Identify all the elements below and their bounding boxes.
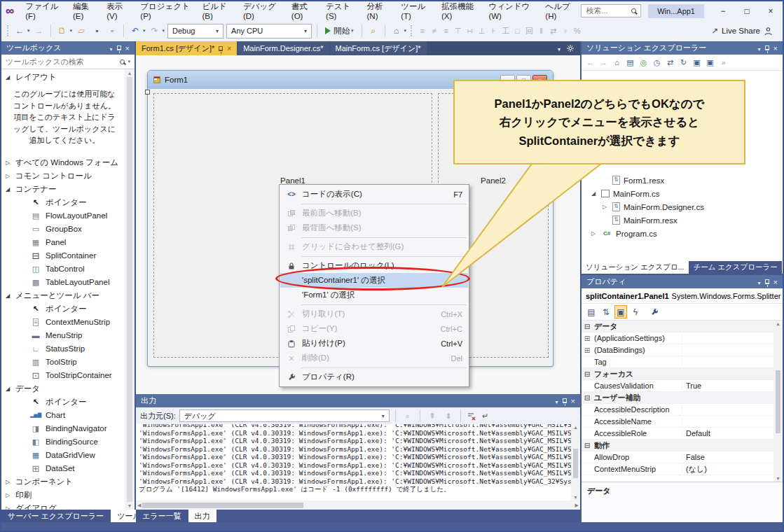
toolbox-row[interactable]: ポインター	[1, 196, 125, 209]
toolbox-row[interactable]: ▷ コンポーネント	[1, 475, 125, 489]
solution-platform-dropdown[interactable]: Any CPU▾	[226, 24, 312, 38]
toolbox-row[interactable]: BindingNavigator	[1, 422, 125, 435]
expander-icon[interactable]: ◢	[6, 186, 12, 192]
window-position-icon[interactable]	[758, 278, 761, 286]
scroll-left-icon[interactable]: ◀	[137, 503, 141, 508]
expander-icon[interactable]: ⊞	[582, 346, 593, 354]
output-body[interactable]: 'WindowsFormsApp1.exe' (CLR v4.0.30319: …	[136, 424, 580, 500]
tree-row[interactable]: ▷ MainForm.Designer.cs	[582, 200, 783, 214]
layout-tool-icon[interactable]: ⊤	[453, 27, 463, 36]
navigate-back-icon[interactable]: ←	[13, 24, 26, 38]
property-row[interactable]: ⊞ (ApplicationSettings)	[582, 332, 773, 344]
toolbox-search-input[interactable]	[6, 57, 117, 66]
menu-item[interactable]: デバッグ(D)	[238, 1, 286, 20]
window-position-icon[interactable]	[556, 397, 558, 405]
menu-item[interactable]: 編集(E)	[67, 1, 101, 20]
layout-tool-icon[interactable]: ⊥	[476, 27, 487, 36]
property-row[interactable]: AccessibleName	[582, 416, 773, 428]
next-message-icon[interactable]: ⇟	[442, 410, 455, 422]
menu-item[interactable]: ツール(T)	[395, 1, 436, 20]
navigate-forward-icon[interactable]: →	[33, 24, 46, 38]
pin-icon[interactable]	[765, 279, 769, 284]
context-menu-item[interactable]: コピー(Y) Ctrl+C	[280, 321, 468, 336]
layout-tool-icon[interactable]: ≠	[429, 27, 439, 35]
dock-tab[interactable]: サーバー エクスプローラー	[1, 510, 110, 522]
solution-configuration-dropdown[interactable]: Debug▾	[167, 24, 223, 38]
dock-tab[interactable]: 出力	[188, 510, 216, 522]
dock-tab[interactable]: エラー一覧	[136, 510, 188, 522]
live-share-button[interactable]: ↗ Live Share	[711, 26, 778, 36]
toolbox-row[interactable]: ◢ メニューとツール バー	[1, 289, 125, 302]
toolbox-row[interactable]: StatusStrip	[1, 342, 125, 356]
alphabetical-icon[interactable]: ⇅	[600, 305, 612, 318]
expander-icon[interactable]: ▷	[6, 160, 12, 166]
tree-row[interactable]: Form1.resx	[582, 174, 783, 187]
menu-item[interactable]: 表示(V)	[101, 1, 135, 20]
resize-handle[interactable]	[145, 90, 150, 94]
scroll-up-icon[interactable]: ▲	[776, 321, 780, 326]
toolbox-row[interactable]: このグループには使用可能なコントロールがありません。項目をこのテキスト上にドラッ…	[1, 84, 125, 156]
expander-icon[interactable]: ▷	[591, 230, 598, 237]
layout-tool-icon[interactable]: ≡	[441, 27, 451, 35]
property-row[interactable]: ⊟ データ	[582, 321, 773, 332]
scroll-down-icon[interactable]: ▼	[776, 476, 780, 481]
scrollbar-thumb[interactable]	[127, 77, 132, 502]
property-row[interactable]: ⊟ フォーカス	[582, 368, 773, 380]
toolbox-row[interactable]: ◢ データ	[1, 382, 125, 396]
menu-item[interactable]: 書式(O)	[286, 1, 320, 20]
preview-selected-icon[interactable]: ▣	[704, 56, 716, 69]
expander-icon[interactable]: ⊟	[582, 370, 593, 378]
layout-tool-icon[interactable]: ⊦	[488, 27, 499, 36]
menu-item[interactable]: ファイル(F)	[20, 1, 67, 20]
previous-message-icon[interactable]: ⇞	[426, 410, 439, 422]
toolbox-row[interactable]: DataGridView	[1, 449, 125, 462]
dock-tab[interactable]: ソリューション エクスプロ...	[582, 261, 688, 274]
context-menu-item[interactable]: コードの表示(C) F7	[280, 187, 468, 202]
toolbox-row[interactable]: ▷ ダイアログ	[1, 502, 125, 510]
expander-icon[interactable]: ◢	[6, 74, 12, 80]
property-row[interactable]: ⊞ (DataBindings)	[582, 344, 773, 356]
menu-item[interactable]: 拡張機能(X)	[436, 1, 483, 20]
pin-icon[interactable]	[117, 46, 121, 50]
close-icon[interactable]: ×	[571, 397, 575, 405]
gear-icon[interactable]	[566, 44, 575, 52]
feedback-person-icon[interactable]	[764, 27, 773, 36]
context-menu-item[interactable]: 削除(D) Del	[280, 351, 468, 365]
layout-tool-icon[interactable]: ‖	[536, 27, 546, 35]
layout-tool-icon[interactable]: ⇄	[548, 27, 558, 36]
expander-icon[interactable]: ⊟	[582, 394, 593, 402]
context-menu-item[interactable]: 'splitContainer1' の選択	[280, 273, 468, 288]
expander-icon[interactable]: ◢	[6, 293, 12, 299]
toolbox-row[interactable]: TabControl	[1, 262, 125, 276]
expander-icon[interactable]: ◢	[6, 386, 12, 392]
layout-tool-icon[interactable]: 工	[500, 26, 511, 36]
events-icon[interactable]: ϟ	[629, 305, 642, 318]
sync-active-document-icon[interactable]: ◎	[638, 56, 649, 69]
property-value[interactable]: (なし)	[682, 464, 773, 475]
dock-tab[interactable]: チーム エクスプローラー	[689, 261, 781, 274]
toolbox-row[interactable]: ToolStripContainer	[1, 369, 125, 382]
forward-icon[interactable]: →	[598, 56, 610, 69]
toolbar-grip[interactable]	[7, 25, 9, 36]
document-tab[interactable]: MainForm.cs [デザイン]* ×	[330, 41, 427, 55]
menu-item[interactable]: ヘルプ(H)	[539, 1, 581, 20]
property-pages-icon[interactable]	[648, 305, 661, 318]
window-position-icon[interactable]	[758, 44, 761, 52]
tree-row[interactable]: MainForm.resx	[582, 214, 783, 227]
scrollbar-thumb[interactable]	[776, 370, 780, 433]
menu-item[interactable]: 分析(N)	[362, 1, 396, 20]
collapse-all-icon[interactable]: ▣	[691, 56, 703, 69]
pin-icon[interactable]	[563, 398, 567, 403]
toolbox-row[interactable]: ◢ レイアウト	[1, 71, 125, 84]
layout-tool-icon[interactable]: □	[512, 27, 523, 35]
property-row[interactable]: ⊟ 動作	[582, 440, 773, 451]
tree-row[interactable]: ◢ MainForm.cs	[582, 187, 783, 200]
layout-tool-icon[interactable]: 回	[524, 26, 535, 36]
toolbox-row[interactable]: MenuStrip	[1, 329, 125, 342]
context-menu-item[interactable]: プロパティ(R)	[280, 370, 468, 384]
toolbox-row[interactable]: ポインター	[1, 396, 125, 409]
expander-icon[interactable]: ⊟	[582, 442, 593, 449]
toolbar-grip[interactable]	[411, 25, 413, 36]
context-menu-item[interactable]: 切り取り(T) Ctrl+X	[280, 307, 468, 321]
document-tab[interactable]: MainForm.Designer.cs* ×	[238, 41, 329, 55]
